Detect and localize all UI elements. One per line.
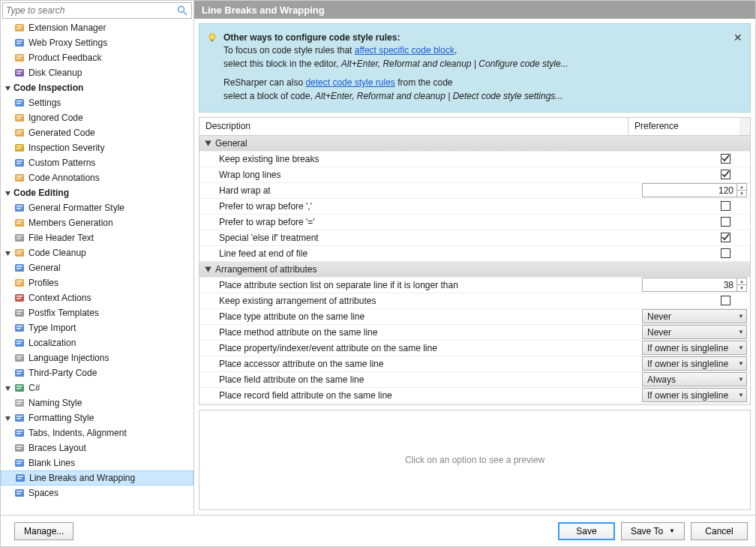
tree-item[interactable]: Custom Patterns [1,155,194,170]
dropdown[interactable]: Never▼ [642,309,747,323]
expand-arrow-icon[interactable] [4,189,12,197]
checkbox[interactable] [721,170,730,179]
col-description[interactable]: Description [200,118,628,135]
info-link-block[interactable]: affect specific code block [355,45,454,56]
option-row[interactable]: Keep existing line breaks [200,152,750,167]
col-preference[interactable]: Preference [628,118,740,135]
tree-item[interactable]: File Header Text [1,230,194,245]
tree-item[interactable]: Language Injections [1,350,194,365]
tree-item[interactable]: Context Actions [1,290,194,305]
checkbox[interactable] [721,217,730,227]
dropdown[interactable]: If owner is singleline▼ [642,341,747,355]
tree-item[interactable]: Formatting Style [1,410,194,425]
checkbox[interactable] [721,154,730,164]
tree-item[interactable]: Naming Style [1,395,194,410]
option-row[interactable]: Hard wrap at120▲▼ [200,183,750,199]
dropdown[interactable]: If owner is singleline▼ [642,388,747,402]
manage-button[interactable]: Manage... [14,522,74,540]
tree-item[interactable]: Postfix Templates [1,305,194,320]
tree-item[interactable]: C# [1,380,194,395]
save-button[interactable]: Save [558,522,615,540]
option-row[interactable]: Special 'else if' treatment [200,230,750,246]
option-row[interactable]: Place attribute section list on separate… [200,278,750,293]
tree-item[interactable]: Line Breaks and Wrapping [1,470,194,485]
svg-rect-72 [16,401,22,402]
tree-item[interactable]: Web Proxy Settings [1,35,194,50]
checkbox[interactable] [721,201,730,211]
option-row[interactable]: Place method attribute on the same lineN… [200,325,750,341]
tree-item[interactable]: Blank Lines [1,455,194,470]
tree-item[interactable]: Disk Cleanup [1,65,194,80]
tree-item[interactable]: Localization [1,335,194,350]
tree-item[interactable]: General [1,260,194,275]
option-row[interactable]: Place accessor attribute on the same lin… [200,356,750,372]
expand-arrow-icon[interactable] [4,414,12,422]
cancel-button[interactable]: Cancel [691,522,748,540]
grid-body[interactable]: GeneralKeep existing line breaksWrap lon… [200,136,750,404]
tree-item[interactable]: Ignored Code [1,110,194,125]
tree-item-label: Spaces [28,488,58,498]
tree-item[interactable]: General Formatter Style [1,200,194,215]
tree-item[interactable]: Tabs, Indents, Alignment [1,425,194,440]
tree-item[interactable]: Generated Code [1,125,194,140]
option-row[interactable]: Wrap long lines [200,167,750,183]
expand-arrow-icon[interactable] [4,384,12,392]
gen-icon [14,127,26,139]
number-input[interactable]: 38▲▼ [642,278,747,292]
tree-item[interactable]: Code Annotations [1,170,194,185]
chevron-down-icon: ▼ [669,527,675,534]
dropdown[interactable]: Never▼ [642,325,747,339]
option-row[interactable]: Line feed at end of file [200,246,750,262]
tree-item[interactable]: Inspection Severity [1,140,194,155]
option-row[interactable]: Keep existing arrangement of attributes [200,293,750,309]
tree-item[interactable]: Braces Layout [1,440,194,455]
group-header[interactable]: General [200,136,750,152]
tree-scroll[interactable]: Extension ManagerWeb Proxy SettingsProdu… [1,20,194,515]
tree-item[interactable]: Code Editing [1,185,194,200]
expand-arrow-icon[interactable] [4,84,12,92]
option-row[interactable]: Place record field attribute on the same… [200,388,750,404]
number-input[interactable]: 120▲▼ [642,183,747,197]
checkbox[interactable] [721,296,730,305]
svg-rect-18 [16,116,22,117]
tree-item[interactable]: Spaces [1,485,194,500]
tree-item[interactable]: Code Inspection [1,80,194,95]
option-row[interactable]: Prefer to wrap before ',' [200,199,750,215]
checkbox[interactable] [721,248,730,258]
svg-rect-37 [16,223,21,224]
svg-rect-24 [16,146,22,147]
tree-item[interactable]: Code Cleanup [1,245,194,260]
spinner[interactable]: ▲▼ [736,184,746,197]
tree-item[interactable]: Profiles [1,275,194,290]
tree-item[interactable]: Third-Party Code [1,365,194,380]
info-link-detect[interactable]: detect code style rules [305,77,394,88]
tree-item[interactable]: Type Import [1,320,194,335]
option-row[interactable]: Prefer to wrap before '=' [200,215,750,230]
sidebar: Extension ManagerWeb Proxy SettingsProdu… [1,1,194,515]
svg-rect-63 [16,356,22,357]
collapse-arrow-icon[interactable] [204,139,212,147]
option-row[interactable]: Place type attribute on the same lineNev… [200,309,750,325]
tree-item-label: Localization [28,338,76,348]
tree-item[interactable]: Settings [1,95,194,110]
expand-arrow-icon[interactable] [4,249,12,257]
tree-item[interactable]: Product Feedback [1,50,194,65]
svg-rect-31 [16,178,21,179]
checkbox[interactable] [721,233,730,242]
spinner[interactable]: ▲▼ [736,278,746,291]
tree-item[interactable]: Members Generation [1,215,194,230]
search-input[interactable] [6,5,176,16]
save-to-button[interactable]: Save To▼ [621,522,685,540]
option-row[interactable]: Place property/indexer/event attribute o… [200,341,750,356]
dropdown[interactable]: Always▼ [642,372,747,386]
collapse-arrow-icon[interactable] [204,265,212,273]
svg-rect-40 [16,238,21,239]
blank-icon [14,457,26,469]
search-icon[interactable] [176,5,188,17]
tree-item[interactable]: Extension Manager [1,20,194,35]
dropdown[interactable]: If owner is singleline▼ [642,356,747,371]
spin-up-icon: ▲ [737,184,746,191]
close-icon[interactable]: ✕ [734,30,742,45]
group-header[interactable]: Arrangement of attributes [200,262,750,278]
option-row[interactable]: Place field attribute on the same lineAl… [200,372,750,388]
